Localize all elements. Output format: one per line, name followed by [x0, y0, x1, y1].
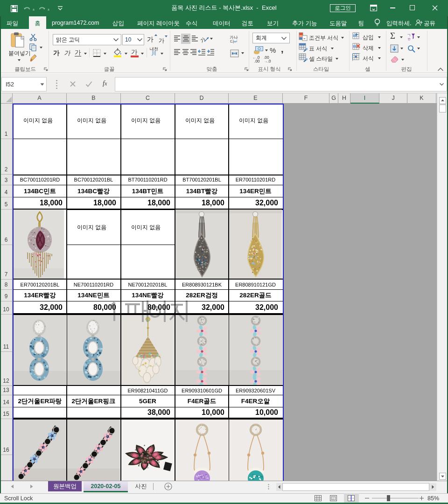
svg-text:가: 가	[201, 36, 206, 43]
svg-text:₌: ₌	[303, 36, 306, 41]
svg-text:ㅎ: ㅎ	[407, 37, 411, 41]
